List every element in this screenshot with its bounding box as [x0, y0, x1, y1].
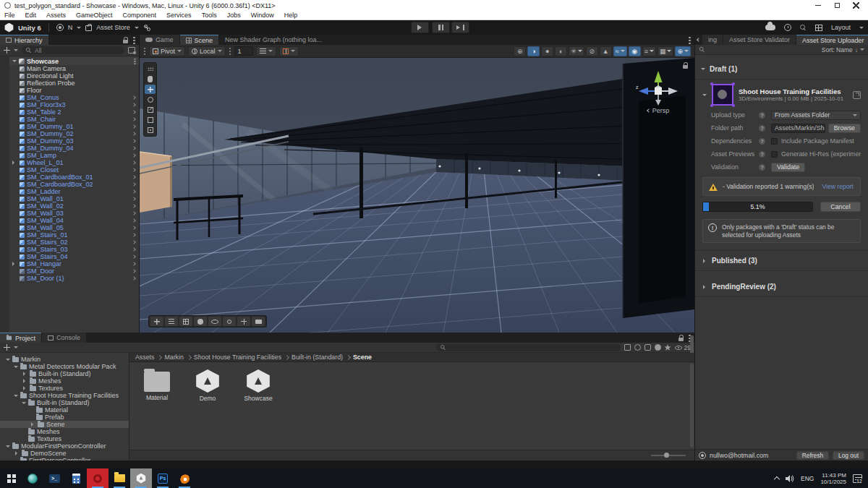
hierarchy-row[interactable]: SM_Stairs_01	[9, 231, 139, 239]
alert-filter-icon[interactable]	[655, 344, 661, 351]
expander-icon[interactable]	[12, 218, 17, 223]
refresh-button[interactable]: Refresh	[796, 451, 829, 460]
expander-icon[interactable]	[12, 189, 17, 194]
prefab-open-chevron-icon[interactable]	[132, 218, 136, 223]
prefab-open-chevron-icon[interactable]	[132, 146, 136, 150]
help-icon[interactable]: ?	[759, 151, 765, 158]
search-by-type-icon[interactable]	[624, 344, 631, 351]
expander-icon[interactable]	[702, 94, 707, 98]
expander-icon[interactable]	[12, 175, 17, 179]
play-button[interactable]	[411, 22, 429, 33]
hierarchy-row[interactable]: SM_Wall_01	[9, 195, 139, 202]
shading-mode-icon[interactable]: ◑	[527, 46, 540, 56]
lock-icon[interactable]	[123, 37, 129, 43]
prefab-open-chevron-icon[interactable]	[132, 139, 136, 143]
notification-icon[interactable]: 12	[853, 474, 862, 483]
expander-icon[interactable]	[23, 386, 27, 390]
package-row[interactable]: Shoot House Training Facilities 3D/Envir…	[695, 81, 868, 108]
help-icon[interactable]: ?	[759, 164, 765, 171]
folder-row[interactable]: Material	[0, 406, 129, 414]
prefab-open-chevron-icon[interactable]	[132, 168, 136, 172]
step-button[interactable]	[451, 22, 469, 33]
menu-item[interactable]: Tools	[202, 12, 217, 19]
browse-button[interactable]: Browse	[828, 124, 861, 133]
pan-overlay-icon[interactable]	[237, 317, 250, 326]
help-icon[interactable]: ?	[759, 138, 765, 145]
tab-asset-store-uploader[interactable]: Asset Store Uploader	[796, 35, 868, 45]
expander-icon[interactable]	[12, 262, 17, 266]
scale-tool-icon[interactable]	[145, 105, 156, 114]
expander-icon[interactable]	[22, 437, 26, 441]
volume-icon[interactable]	[786, 475, 794, 482]
help-icon[interactable]: ?	[759, 112, 765, 119]
published-section-header[interactable]: Published (3)	[695, 252, 868, 269]
camera-fly-icon[interactable]: ▲	[600, 46, 612, 56]
grid-visibility-button[interactable]	[279, 46, 299, 56]
prefab-open-chevron-icon[interactable]	[132, 160, 136, 165]
expander-icon[interactable]	[12, 67, 17, 71]
hierarchy-row[interactable]: SM_Door	[9, 267, 139, 275]
camera-settings-icon[interactable]	[252, 317, 265, 326]
minimize-button[interactable]	[809, 0, 827, 11]
asset-store-label[interactable]: Asset Store	[96, 24, 130, 31]
expander-icon[interactable]	[14, 366, 18, 370]
expander-icon[interactable]	[12, 182, 17, 187]
scene-visibility-icon[interactable]: ◉	[629, 46, 641, 56]
upload-type-dropdown[interactable]: From Assets Folder	[771, 111, 861, 120]
folder-row[interactable]: Built-in (Standard)	[0, 370, 129, 377]
hierarchy-row[interactable]: Main Camera	[9, 65, 139, 72]
scene-kebab-icon[interactable]	[134, 58, 135, 64]
hierarchy-row[interactable]: SM_Closet	[9, 166, 139, 174]
include-package-manifest-checkbox[interactable]	[771, 138, 778, 145]
hierarchy-row[interactable]: SM_Floor3x3	[9, 101, 139, 108]
expander-icon[interactable]	[12, 226, 17, 230]
external-link-icon[interactable]	[853, 91, 861, 99]
expander-icon[interactable]	[12, 211, 17, 215]
asset-store-dropdown-icon[interactable]	[135, 27, 139, 31]
clock[interactable]: 11:43 PM 10/1/2025	[820, 472, 846, 485]
viewport-lock-icon[interactable]	[683, 62, 689, 69]
persp-label[interactable]: Persp	[635, 107, 681, 114]
tab-partial[interactable]: ing	[702, 35, 723, 45]
hierarchy-row[interactable]: SM_Wall_04	[9, 217, 139, 224]
asset-store-bag-icon[interactable]	[85, 25, 92, 31]
powershell-icon[interactable]	[43, 468, 65, 488]
breadcrumb-item[interactable]: Assets	[135, 354, 154, 361]
hierarchy-row[interactable]: SM_Stairs_04	[9, 253, 139, 260]
tab-console[interactable]: Console	[42, 333, 86, 343]
rect-tool-icon[interactable]	[145, 115, 156, 124]
help-icon[interactable]: ?	[759, 125, 765, 132]
folder-row[interactable]: Metal Detectors Modular Pack	[0, 363, 129, 370]
expander-icon[interactable]	[12, 233, 17, 237]
move-tool-icon[interactable]	[145, 85, 156, 94]
folder-row[interactable]: Textures	[0, 385, 129, 392]
hierarchy-row[interactable]: SM_Lamp	[9, 152, 139, 159]
search-icon[interactable]	[699, 47, 705, 52]
layout-icon[interactable]	[815, 25, 822, 31]
grid-size-field[interactable]: 1	[234, 46, 253, 56]
kebab-menu-icon[interactable]	[689, 36, 691, 44]
menu-item[interactable]: Help	[284, 12, 298, 19]
rotate-tool-icon[interactable]	[145, 95, 156, 104]
expander-icon[interactable]	[6, 359, 10, 363]
hierarchy-row[interactable]: SM_Table 2	[9, 108, 139, 116]
sort-button[interactable]: Sort: Name ↓	[822, 46, 864, 53]
hierarchy-row[interactable]: SM_Wall_02	[9, 202, 139, 210]
menu-item[interactable]: GameObject	[76, 12, 113, 19]
search-by-label-icon[interactable]	[634, 344, 641, 351]
cancel-button[interactable]: Cancel	[820, 202, 861, 212]
layout-label[interactable]: Layout	[831, 24, 851, 31]
expander-icon[interactable]	[12, 124, 17, 129]
prefab-open-chevron-icon[interactable]	[132, 153, 136, 158]
prefab-open-chevron-icon[interactable]	[132, 197, 136, 201]
transform-tool-icon[interactable]	[145, 125, 156, 134]
folder-row[interactable]: Prefab	[0, 414, 129, 421]
expander-icon[interactable]	[12, 88, 17, 93]
account-icon[interactable]	[56, 24, 64, 31]
close-button[interactable]	[846, 0, 865, 11]
lock-icon[interactable]	[678, 335, 684, 341]
expander-icon[interactable]	[22, 429, 26, 434]
cameras-dropdown-icon[interactable]: ▦	[658, 46, 674, 56]
prefab-open-chevron-icon[interactable]	[132, 204, 136, 208]
hierarchy-row[interactable]: SM_Dummy_04	[9, 145, 139, 152]
